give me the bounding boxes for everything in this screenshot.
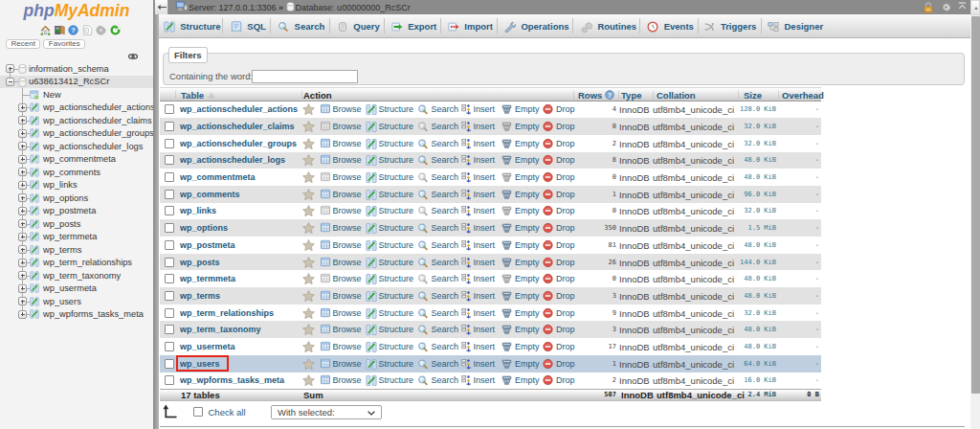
tab-routines[interactable]: Routines	[581, 14, 636, 38]
action-search-link[interactable]: Search	[432, 375, 459, 385]
row-checkbox[interactable]	[165, 172, 174, 182]
action-empty-icon[interactable]	[501, 172, 512, 183]
action-insert-icon[interactable]	[461, 206, 472, 216]
action-browse-link[interactable]: Browse	[333, 172, 362, 182]
action-insert-link[interactable]: Insert	[474, 172, 496, 182]
action-empty-link[interactable]: Empty	[515, 308, 540, 318]
action-search-link[interactable]: Search	[432, 172, 459, 182]
refresh-icon[interactable]	[110, 25, 121, 35]
scroll-up-arrow[interactable]	[970, 0, 980, 15]
tab-import[interactable]: Import	[448, 14, 493, 38]
action-insert-icon[interactable]	[461, 274, 472, 284]
help-icon[interactable]: ?	[68, 25, 78, 35]
favorite-star-icon[interactable]	[302, 103, 315, 115]
expand-icon[interactable]	[18, 219, 27, 228]
action-browse-link[interactable]: Browse	[333, 258, 362, 267]
action-structure-icon[interactable]	[366, 307, 376, 318]
action-empty-icon[interactable]	[501, 358, 512, 369]
table-name-link[interactable]: wp_term_taxonomy	[180, 325, 261, 334]
action-empty-icon[interactable]	[501, 375, 512, 386]
collapse-icon[interactable]	[958, 2, 967, 13]
table-name-link[interactable]: wp_termmeta	[180, 274, 235, 283]
action-structure-icon[interactable]	[366, 239, 376, 250]
tree-table-wp_term_relationships[interactable]: wp_term_relationships	[0, 257, 153, 270]
action-empty-link[interactable]: Empty	[515, 342, 540, 351]
tree-table-wp_users[interactable]: wp_users	[0, 295, 153, 308]
table-name-link[interactable]: wp_actionscheduler_claims	[180, 122, 295, 131]
tree-table-wp_wpforms_tasks_meta[interactable]: wp_wpforms_tasks_meta	[0, 308, 153, 322]
tab-operations[interactable]: Operations	[504, 14, 569, 38]
action-empty-link[interactable]: Empty	[515, 190, 540, 199]
action-insert-link[interactable]: Insert	[474, 258, 496, 267]
action-empty-link[interactable]: Empty	[515, 155, 540, 165]
action-browse-icon[interactable]	[321, 257, 331, 267]
row-checkbox[interactable]	[165, 359, 174, 369]
filters-input[interactable]	[252, 70, 358, 83]
table-name-link[interactable]: wp_posts	[180, 258, 220, 267]
action-empty-link[interactable]: Empty	[515, 172, 540, 182]
tab-triggers[interactable]: Triggers	[703, 14, 756, 38]
tree-table-wp_actionscheduler_actions[interactable]: wp_actionscheduler_actions	[0, 102, 153, 115]
row-checkbox[interactable]	[165, 342, 174, 351]
action-insert-icon[interactable]	[461, 358, 472, 369]
expand-icon[interactable]	[18, 207, 27, 215]
action-insert-icon[interactable]	[461, 104, 472, 115]
tab-search[interactable]: Search	[278, 14, 324, 38]
action-empty-icon[interactable]	[501, 206, 512, 216]
favorite-star-icon[interactable]	[302, 290, 315, 302]
favorite-star-icon[interactable]	[302, 307, 315, 319]
action-browse-link[interactable]: Browse	[333, 325, 362, 334]
table-name-link[interactable]: wp_links	[180, 206, 216, 215]
row-checkbox[interactable]	[165, 122, 174, 131]
with-selected-dropdown[interactable]: With selected:	[271, 405, 382, 419]
action-empty-icon[interactable]	[501, 307, 512, 318]
action-search-link[interactable]: Search	[432, 155, 459, 165]
collapse-icon[interactable]	[6, 78, 14, 86]
action-structure-icon[interactable]	[366, 172, 376, 183]
action-empty-link[interactable]: Empty	[515, 104, 540, 114]
action-browse-icon[interactable]	[321, 223, 331, 234]
action-browse-link[interactable]: Browse	[333, 139, 362, 148]
action-structure-icon[interactable]	[366, 325, 376, 335]
action-browse-link[interactable]: Browse	[333, 190, 362, 199]
tree-table-label[interactable]: wp_comments	[43, 168, 100, 177]
action-structure-link[interactable]: Structure	[379, 172, 414, 182]
row-checkbox[interactable]	[165, 308, 174, 318]
action-browse-icon[interactable]	[321, 375, 331, 386]
tree-db-u638613412_RcSCr[interactable]: u638613412_RcSCr	[0, 76, 153, 89]
table-name-link[interactable]: wp_wpforms_tasks_meta	[180, 375, 284, 385]
expand-icon[interactable]	[18, 310, 27, 319]
row-checkbox[interactable]	[165, 206, 174, 215]
tree-table-label[interactable]: wp_term_relationships	[43, 258, 132, 267]
tree-table-label[interactable]: wp_posts	[43, 219, 80, 229]
tree-table-wp_terms[interactable]: wp_terms	[0, 243, 153, 257]
tree-table-wp_termmeta[interactable]: wp_termmeta	[0, 231, 153, 244]
expand-icon[interactable]	[18, 155, 27, 164]
action-browse-link[interactable]: Browse	[333, 359, 362, 369]
action-empty-link[interactable]: Empty	[515, 359, 540, 369]
tree-table-wp_comments[interactable]: wp_comments	[0, 166, 153, 179]
action-structure-link[interactable]: Structure	[379, 359, 414, 369]
action-empty-icon[interactable]	[501, 104, 512, 115]
row-checkbox[interactable]	[165, 240, 174, 250]
action-search-link[interactable]: Search	[432, 190, 459, 199]
action-search-link[interactable]: Search	[432, 104, 459, 114]
favorite-star-icon[interactable]	[302, 138, 315, 149]
action-empty-link[interactable]: Empty	[515, 122, 540, 131]
tree-table-wp_postmeta[interactable]: wp_postmeta	[0, 205, 153, 218]
row-checkbox[interactable]	[165, 258, 174, 267]
action-empty-link[interactable]: Empty	[515, 325, 540, 334]
tree-table-label[interactable]: wp_users	[43, 297, 81, 306]
expand-icon[interactable]	[18, 168, 27, 176]
table-name-link[interactable]: wp_actionscheduler_logs	[180, 155, 285, 165]
action-browse-link[interactable]: Browse	[333, 342, 362, 351]
link-with-main-panel-icon[interactable]	[128, 54, 138, 59]
expand-icon[interactable]	[18, 284, 27, 293]
action-structure-link[interactable]: Structure	[379, 206, 414, 215]
page-scrollbar[interactable]	[970, 0, 980, 429]
action-browse-link[interactable]: Browse	[333, 240, 362, 250]
tree-table-label[interactable]: wp_actionscheduler_groups	[43, 128, 154, 138]
tab-designer[interactable]: Designer	[768, 14, 823, 38]
action-browse-icon[interactable]	[321, 122, 331, 132]
favorite-star-icon[interactable]	[302, 239, 315, 251]
